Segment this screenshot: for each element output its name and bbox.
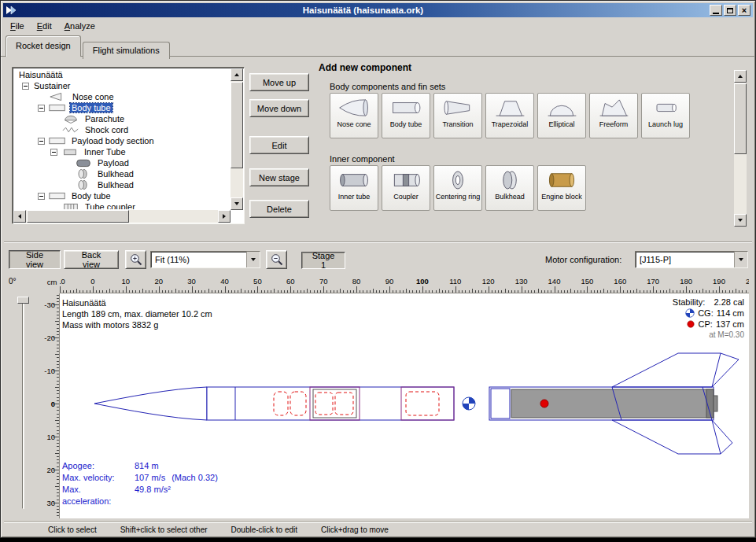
tree-expander-minus-icon[interactable] bbox=[50, 149, 57, 156]
add-nose-cone-button[interactable]: Nose cone bbox=[330, 93, 378, 138]
engine-block-icon bbox=[544, 168, 579, 192]
edit-button[interactable]: Edit bbox=[249, 136, 309, 154]
scroll-up-button[interactable] bbox=[734, 70, 747, 83]
scroll-right-button[interactable] bbox=[218, 210, 230, 223]
ruler-tick-label: 180 bbox=[680, 277, 692, 286]
add-engine-block-button[interactable]: Engine block bbox=[537, 165, 586, 211]
rotation-slider-handle[interactable] bbox=[17, 297, 29, 304]
tree-item-inner-tube[interactable]: Inner Tube bbox=[14, 146, 230, 157]
chevron-down-icon bbox=[739, 258, 743, 261]
tree-item-payload[interactable]: Payload bbox=[14, 157, 230, 168]
ruler-tick-label: -10 bbox=[60, 277, 65, 286]
scroll-up-icon bbox=[234, 73, 239, 76]
add-panel-scrollbar[interactable] bbox=[734, 70, 747, 227]
tree-item-body-tube-2[interactable]: Body tube bbox=[14, 190, 230, 201]
side-view-button[interactable]: Side view bbox=[9, 250, 61, 269]
tab-rocket-design[interactable]: Rocket design bbox=[6, 35, 81, 57]
add-coupler-button[interactable]: Coupler bbox=[382, 165, 430, 211]
tree-item-body-tube[interactable]: Body tube bbox=[14, 102, 230, 113]
tree-vertical-scrollbar[interactable] bbox=[230, 68, 243, 210]
delete-button[interactable]: Delete bbox=[249, 200, 309, 218]
tree-item-shock-cord[interactable]: Shock cord bbox=[14, 124, 230, 135]
menu-file[interactable]: File bbox=[4, 20, 31, 32]
stage-1-toggle[interactable]: Stage 1 bbox=[301, 252, 345, 269]
transition-icon bbox=[441, 96, 475, 120]
tree-item-bulkhead[interactable]: Bulkhead bbox=[14, 179, 230, 190]
tree-hscroll-thumb[interactable] bbox=[27, 210, 129, 223]
move-up-button[interactable]: Move up bbox=[249, 73, 309, 91]
motor-configuration-select[interactable]: [J115-P] bbox=[635, 251, 748, 268]
add-launch-lug-button[interactable]: Launch lug bbox=[641, 93, 690, 138]
minimize-button[interactable] bbox=[710, 5, 722, 16]
tree-expander-minus-icon[interactable] bbox=[22, 83, 29, 90]
scroll-left-icon bbox=[18, 214, 21, 219]
back-view-button[interactable]: Back view bbox=[64, 250, 119, 269]
close-button[interactable]: × bbox=[738, 5, 750, 16]
tab-flight-simulations[interactable]: Flight simulations bbox=[83, 42, 170, 59]
inner-tube-icon bbox=[337, 168, 371, 192]
tree-horizontal-scrollbar[interactable] bbox=[13, 210, 230, 223]
add-elliptical-fin-button[interactable]: Elliptical bbox=[537, 93, 586, 138]
rocket-name: Haisunäätä bbox=[62, 297, 212, 308]
body-tube-icon bbox=[48, 135, 67, 146]
tree-vscroll-thumb[interactable] bbox=[230, 82, 243, 168]
tree-item-sustainer[interactable]: Sustainer bbox=[14, 80, 230, 91]
scroll-down-icon bbox=[234, 202, 239, 205]
ruler-tick-label: 70 bbox=[319, 277, 328, 286]
tree-item-payload-body-section[interactable]: Payload body section bbox=[14, 135, 230, 146]
menu-edit[interactable]: Edit bbox=[31, 20, 58, 32]
menu-analyze[interactable]: Analyze bbox=[58, 20, 101, 32]
rocket-canvas[interactable]: Haisunäätä Length 189 cm, max. diameter … bbox=[60, 293, 749, 518]
inner-tube-icon bbox=[61, 146, 79, 157]
add-freeform-fin-button[interactable]: Freeform bbox=[589, 93, 638, 138]
tree-expander-minus-icon[interactable] bbox=[38, 193, 45, 200]
rotation-slider-track[interactable] bbox=[22, 298, 24, 509]
payload-icon bbox=[74, 157, 93, 168]
cg-marker bbox=[463, 397, 475, 410]
ruler-tick-label: 120 bbox=[482, 277, 495, 286]
tree-item-root[interactable]: Haisunäätä bbox=[14, 69, 230, 80]
freeform-fin-icon bbox=[596, 96, 631, 120]
body-components-group-label: Body components and fin sets bbox=[330, 82, 445, 91]
tree-item-bulkhead[interactable]: Bulkhead bbox=[14, 168, 230, 179]
zoom-in-button[interactable] bbox=[125, 250, 146, 269]
combo-arrow-button[interactable] bbox=[734, 252, 747, 267]
tree-expander-minus-icon[interactable] bbox=[38, 138, 45, 145]
add-bulkhead-button[interactable]: Bulkhead bbox=[485, 165, 534, 211]
scroll-down-button[interactable] bbox=[230, 197, 243, 210]
scroll-right-icon bbox=[223, 214, 226, 219]
add-centering-ring-button[interactable]: Centering ring bbox=[433, 165, 482, 211]
tree-item-tube-coupler[interactable]: Tube coupler bbox=[14, 201, 230, 209]
tree-item-nose-cone[interactable]: Nose cone bbox=[14, 91, 230, 102]
motor-nozzle bbox=[714, 396, 717, 411]
add-inner-tube-button[interactable]: Inner tube bbox=[330, 165, 378, 211]
scroll-down-icon bbox=[738, 219, 743, 222]
add-body-tube-button[interactable]: Body tube bbox=[382, 93, 430, 138]
scroll-up-icon bbox=[738, 75, 743, 78]
tree-item-parachute[interactable]: Parachute bbox=[14, 113, 230, 124]
ruler-tick-label: 100 bbox=[416, 277, 429, 286]
new-stage-button[interactable]: New stage bbox=[249, 168, 309, 186]
add-trapezoidal-fin-button[interactable]: Trapezoidal bbox=[485, 93, 534, 138]
body-tube-icon bbox=[48, 102, 67, 113]
tree-expander-minus-icon[interactable] bbox=[38, 105, 45, 112]
maximize-button[interactable] bbox=[724, 5, 736, 16]
combo-arrow-button[interactable] bbox=[246, 252, 260, 267]
hint-double-click: Double-click to edit bbox=[231, 525, 297, 534]
menu-bar: File Edit Analyze bbox=[4, 18, 752, 34]
zoom-level-select[interactable]: Fit (11%) bbox=[150, 251, 260, 268]
scroll-down-button[interactable] bbox=[734, 214, 747, 227]
add-panel-scroll-thumb[interactable] bbox=[734, 83, 747, 154]
body-tube-icon bbox=[389, 96, 423, 120]
stability-block: Stability: 2.28 cal CG:114 cm CP:137 cm … bbox=[673, 297, 744, 341]
scroll-up-button[interactable] bbox=[230, 68, 243, 81]
scroll-left-button[interactable] bbox=[13, 210, 26, 223]
move-down-button[interactable]: Move down bbox=[249, 99, 309, 117]
rocket-info-block: Haisunäätä Length 189 cm, max. diameter … bbox=[62, 297, 212, 330]
centering-ring-icon bbox=[441, 168, 475, 192]
add-transition-button[interactable]: Transition bbox=[433, 93, 482, 138]
body-components-row: Nose cone Body tube Transition Trapezoid… bbox=[330, 93, 690, 138]
maximize-icon bbox=[727, 8, 733, 13]
window-icon bbox=[6, 6, 17, 15]
zoom-out-button[interactable] bbox=[266, 250, 287, 269]
